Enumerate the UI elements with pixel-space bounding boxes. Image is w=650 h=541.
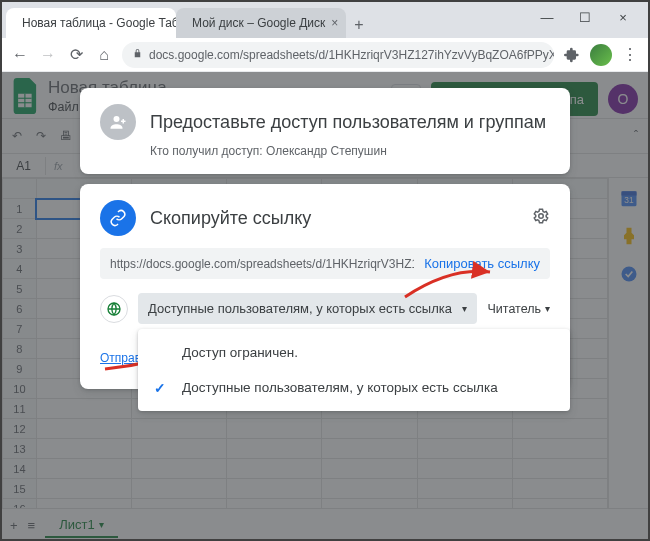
modal-overlay: Предоставьте доступ пользователям и груп…	[2, 72, 648, 539]
lock-icon	[132, 48, 143, 62]
address-bar[interactable]: docs.google.com/spreadsheets/d/1HKHzriqr…	[122, 42, 554, 68]
address-bar-row: ← → ⟳ ⌂ docs.google.com/spreadsheets/d/1…	[2, 38, 648, 72]
tab-label: Мой диск – Google Диск	[192, 16, 325, 30]
svg-point-17	[539, 214, 544, 219]
option-restricted[interactable]: Доступ ограничен.	[138, 335, 570, 370]
get-link-title: Скопируйте ссылку	[150, 208, 311, 229]
add-people-card[interactable]: Предоставьте доступ пользователям и груп…	[80, 88, 570, 174]
browser-titlebar: Новая таблица - Google Табли… × Мой диск…	[2, 2, 648, 38]
browser-tabs: Новая таблица - Google Табли… × Мой диск…	[6, 2, 532, 38]
url-text: docs.google.com/spreadsheets/d/1HKHzriqr…	[149, 48, 554, 62]
back-button[interactable]: ←	[10, 45, 30, 65]
extensions-icon[interactable]	[562, 45, 582, 65]
profile-avatar[interactable]	[590, 44, 612, 66]
globe-icon	[100, 295, 128, 323]
forward-button[interactable]: →	[38, 45, 58, 65]
role-select[interactable]: Читатель	[487, 302, 550, 316]
access-scope-dropdown[interactable]: Доступные пользователям, у которых есть …	[138, 293, 477, 324]
access-scope-menu: Доступ ограничен. Доступные пользователя…	[138, 329, 570, 411]
get-link-card[interactable]: Скопируйте ссылку https://docs.google.co…	[80, 184, 570, 389]
link-icon	[100, 200, 136, 236]
add-people-icon	[100, 104, 136, 140]
tab-label: Новая таблица - Google Табли…	[22, 16, 176, 30]
reload-button[interactable]: ⟳	[66, 45, 86, 65]
home-button[interactable]: ⌂	[94, 45, 114, 65]
link-settings-icon[interactable]	[532, 207, 550, 229]
copy-link-button[interactable]: Копировать ссылку	[424, 256, 540, 271]
add-people-sub: Кто получил доступ: Олександр Степушин	[150, 144, 550, 158]
permissions-row: Доступные пользователям, у которых есть …	[100, 293, 550, 324]
window-controls: — ☐ ×	[532, 2, 644, 38]
link-box: https://docs.google.com/spreadsheets/d/1…	[100, 248, 550, 279]
svg-point-16	[114, 116, 120, 122]
share-url[interactable]: https://docs.google.com/spreadsheets/d/1…	[110, 257, 414, 271]
close-window-button[interactable]: ×	[608, 10, 638, 25]
browser-menu-icon[interactable]: ⋮	[620, 45, 640, 65]
option-anyone-link[interactable]: Доступные пользователям, у которых есть …	[138, 370, 570, 405]
browser-tab[interactable]: Мой диск – Google Диск ×	[176, 8, 346, 38]
close-tab-icon[interactable]: ×	[331, 16, 338, 30]
new-tab-button[interactable]: +	[346, 12, 372, 38]
access-scope-label: Доступные пользователям, у которых есть …	[148, 301, 452, 316]
add-people-title: Предоставьте доступ пользователям и груп…	[150, 112, 546, 133]
browser-tab-active[interactable]: Новая таблица - Google Табли… ×	[6, 8, 176, 38]
minimize-button[interactable]: —	[532, 10, 562, 25]
maximize-button[interactable]: ☐	[570, 10, 600, 25]
